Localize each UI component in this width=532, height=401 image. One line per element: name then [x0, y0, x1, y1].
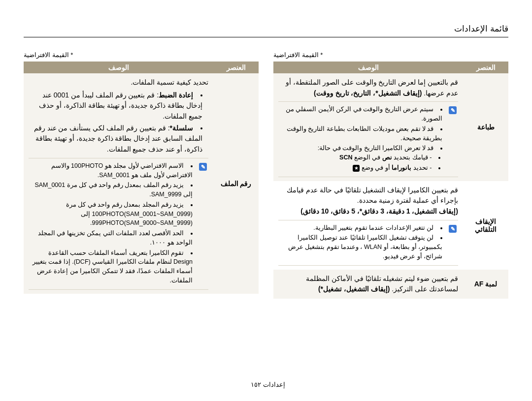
table-row: الإيقاف التلقائي قم بتعيين الكاميرا لإيق… [273, 181, 508, 270]
star-icon: ★ [353, 165, 360, 172]
tip-item: الاسم الافتراضي لأول مجلد هو 100PHOTO وا… [30, 161, 193, 180]
page-title: قائمة الإعدادات [24, 24, 508, 37]
intro: تحديد كيفية تسمية الملفات. [29, 77, 208, 88]
th-desc: الوصف [273, 62, 463, 73]
item-print: طباعة [463, 73, 508, 181]
tip-block: ✎ لن تتغير الإعدادات عندما تقوم بتغيير ا… [278, 220, 458, 266]
tip-item: لن يتوقف تشغيل الكاميرا تلقائيًا عند توص… [279, 233, 442, 261]
th-item: العنصر [463, 62, 508, 73]
page-number: ١٥٢ [251, 381, 261, 388]
tip-item: يزيد رقم الملف بمعدل رقم واحد في كل مرة … [30, 181, 193, 199]
desc-file-number: تحديد كيفية تسمية الملفات. إعادة الضبط: … [24, 73, 213, 294]
info-icon: ✎ [199, 162, 207, 174]
footer-label: إعدادات [263, 381, 285, 388]
page-footer: إعدادات ١٥٢ [0, 381, 532, 388]
tip-item: تقوم الكاميرا بتعريف أسماء الملفات حسب ا… [30, 248, 193, 285]
opt-series: سلسلة*: قم بتعيين رقم الملف لكي يستأنف م… [29, 123, 202, 155]
svg-text:✎: ✎ [201, 164, 205, 170]
left-table: العنصر الوصف طباعة قم بالتعيين إما لعرض … [273, 62, 508, 299]
tip-item: الحد الأقصى لعدد الملفات التي يمكن تخزين… [30, 229, 193, 247]
svg-text:✎: ✎ [451, 107, 455, 113]
dash-item: قيامك بتحديد نص في الوضع SCN [279, 153, 440, 162]
info-icon: ✎ [448, 224, 457, 236]
item-auto-off: الإيقاف التلقائي [463, 181, 508, 270]
default-note: * القيمة الافتراضية [24, 51, 259, 59]
right-column: * القيمة الافتراضية العنصر الوصف رقم الم… [24, 51, 259, 299]
svg-text:✎: ✎ [451, 226, 455, 232]
table-row: طباعة قم بالتعيين إما لعرض التاريخ والوق… [273, 73, 508, 181]
tip-block: ✎ سيتم عرض التاريخ والوقت في الركن الأيم… [278, 101, 458, 177]
th-desc: الوصف [24, 62, 213, 73]
page: قائمة الإعدادات * القيمة الافتراضية العن… [0, 0, 532, 401]
th-item: العنصر [213, 62, 259, 73]
tip-item: سيتم عرض التاريخ والوقت في الركن الأيمن … [279, 105, 442, 123]
default-note: * القيمة الافتراضية [273, 51, 508, 59]
tip-item: قد لا تعرض الكاميرا التاريخ والوقت في حا… [279, 144, 442, 172]
tip-item: يزيد رقم المجلد بمعدل رقم واحد في كل مرة… [30, 200, 193, 228]
desc-auto-off: قم بتعيين الكاميرا لإيقاف التشغيل تلقائي… [273, 181, 463, 270]
item-file-number: رقم الملف [213, 73, 259, 294]
right-table: العنصر الوصف رقم الملف تحديد كيفية تسمية… [24, 62, 259, 294]
desc-print: قم بالتعيين إما لعرض التاريخ والوقت على … [273, 73, 463, 181]
item-af-lamp: لمبة AF [463, 270, 508, 299]
tip-item: لن تتغير الإعدادات عندما تقوم بتغيير الب… [279, 223, 442, 233]
columns: * القيمة الافتراضية العنصر الوصف رقم الم… [24, 51, 508, 299]
opt-reset: إعادة الضبط: قم بتعيين رقم الملف ليبدأ م… [29, 90, 202, 122]
table-row: رقم الملف تحديد كيفية تسمية الملفات. إعا… [24, 73, 259, 294]
desc-af-lamp: قم بتعيين ضوء ليتم تشغيله تلقائيًا في ال… [273, 270, 463, 299]
dash-item: تحديد بانوراما أو في وضع ★ [279, 163, 440, 173]
tip-block: ✎ الاسم الافتراضي لأول مجلد هو 100PHOTO … [29, 158, 208, 290]
page-rule [24, 37, 508, 37]
info-icon: ✎ [448, 106, 457, 118]
tip-item: قد لا تقم بعض موديلات الطابعات بطباعة ال… [279, 124, 442, 143]
left-column: * القيمة الافتراضية العنصر الوصف طباعة [273, 51, 508, 299]
table-row: لمبة AF قم بتعيين ضوء ليتم تشغيله تلقائي… [273, 270, 508, 299]
